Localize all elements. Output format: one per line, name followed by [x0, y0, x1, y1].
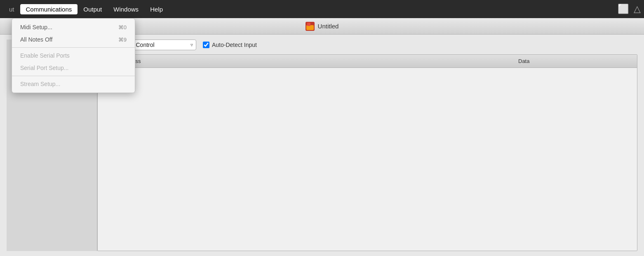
menu-item-enable-serial-ports[interactable]: Enable Serial Ports: [12, 49, 135, 62]
communications-dropdown: Midi Setup... ⌘0 All Notes Off ⌘9 Enable…: [12, 18, 135, 93]
toolbar-row: Open Sound Control ▿ Auto-Detect Input: [97, 40, 637, 50]
window-title: Untitled: [318, 23, 339, 30]
data-table: Stream Address Data: [97, 54, 637, 251]
menubar-item-help[interactable]: Help: [144, 4, 169, 14]
menu-item-midi-setup[interactable]: Midi Setup... ⌘0: [12, 21, 135, 33]
window-title-area: Untitled: [306, 22, 339, 31]
menu-item-stream-setup[interactable]: Stream Setup...: [12, 78, 135, 90]
menubar: ut Communications Output Windows Help ⬜ …: [0, 0, 644, 18]
table-header: Stream Address Data: [98, 55, 637, 68]
menubar-item-ut[interactable]: ut: [3, 4, 20, 14]
menubar-item-communications[interactable]: Communications: [20, 4, 78, 14]
menubar-item-windows[interactable]: Windows: [108, 4, 144, 14]
svg-rect-2: [307, 23, 310, 26]
col-stream-address: Stream Address: [98, 56, 513, 66]
col-data: Data: [513, 56, 637, 66]
cloud-icon[interactable]: △: [634, 4, 641, 14]
menu-separator-2: [12, 76, 135, 76]
menubar-item-output[interactable]: Output: [78, 4, 108, 14]
app-icon: [306, 22, 315, 31]
auto-detect-label[interactable]: Auto-Detect Input: [203, 42, 257, 48]
dropbox-icon[interactable]: ⬜: [618, 4, 629, 14]
auto-detect-checkbox[interactable]: [203, 42, 209, 48]
menubar-icons: ⬜ △: [618, 4, 641, 14]
menu-item-serial-port-setup[interactable]: Serial Port Setup...: [12, 62, 135, 74]
menu-separator-1: [12, 47, 135, 48]
right-panel: Open Sound Control ▿ Auto-Detect Input S…: [97, 40, 637, 251]
menu-item-all-notes-off[interactable]: All Notes Off ⌘9: [12, 33, 135, 46]
